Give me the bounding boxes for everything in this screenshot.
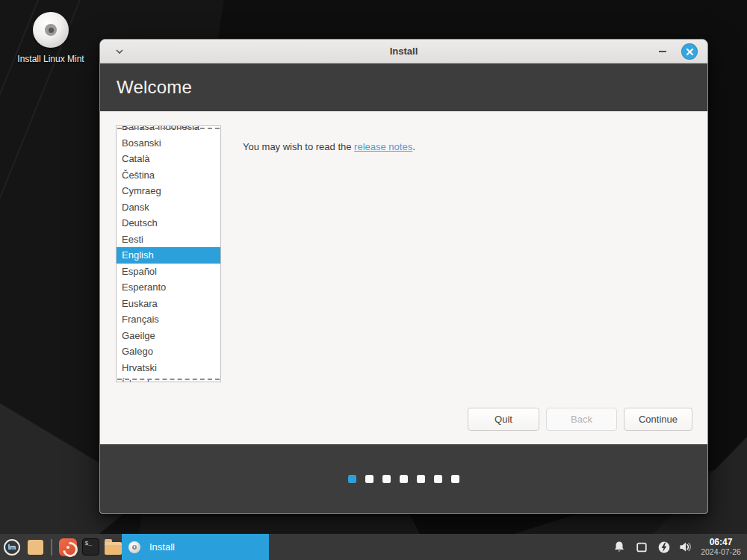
display-applet[interactable] (634, 540, 648, 554)
window-menu-button[interactable] (111, 40, 128, 63)
system-tray (612, 534, 693, 560)
clock-time: 06:47 (710, 538, 733, 548)
language-option[interactable]: Dansk (117, 199, 220, 216)
progress-dot (400, 475, 408, 483)
page-title: Welcome (117, 77, 192, 98)
language-option[interactable]: English (117, 247, 220, 264)
release-notes-sentence: You may wish to read the release notes. (243, 141, 415, 152)
page-content: Bahasa IndonesiaBosanskiCatalàČeštinaCym… (100, 111, 707, 444)
language-option[interactable]: Euskara (117, 296, 220, 312)
terminal-launcher[interactable]: $_ (79, 534, 102, 560)
continue-button[interactable]: Continue (624, 408, 692, 431)
language-option[interactable]: Gaeilge (117, 328, 220, 344)
files-icon (105, 542, 122, 555)
page-header: Welcome (100, 63, 707, 111)
action-buttons: Quit Back Continue (468, 408, 692, 431)
taskbar-window-button-install[interactable]: Install (122, 534, 269, 560)
progress-dot-current (348, 475, 356, 483)
language-list[interactable]: Bahasa IndonesiaBosanskiCatalàČeštinaCym… (116, 125, 221, 382)
progress-dot (365, 475, 374, 483)
task-button-label: Install (149, 541, 175, 553)
progress-dot (417, 475, 425, 483)
minimize-icon (659, 51, 666, 52)
language-option[interactable]: Galego (117, 343, 220, 360)
list-overshoot-bottom (117, 379, 220, 380)
taskbar: lm $_ Install (0, 534, 747, 560)
window-title: Install (100, 46, 707, 57)
desktop-icon-install-linux-mint[interactable]: Install Linux Mint (15, 12, 87, 65)
language-option[interactable]: Bosanski (117, 135, 220, 152)
firefox-icon (59, 538, 77, 556)
progress-dot (434, 475, 442, 483)
show-desktop-button[interactable] (24, 534, 46, 560)
minimize-button[interactable] (654, 40, 672, 63)
release-notes-suffix: . (412, 141, 415, 152)
desktop-icon-label: Install Linux Mint (15, 53, 87, 65)
language-option[interactable]: Cymraeg (117, 183, 220, 199)
files-launcher[interactable] (102, 534, 124, 560)
optical-disc-icon (33, 12, 69, 48)
power-icon (657, 541, 671, 554)
language-list-inner: Bahasa IndonesiaBosanskiCatalàČeštinaCym… (117, 125, 220, 382)
power-applet[interactable] (657, 540, 671, 554)
notifications-applet[interactable] (612, 540, 626, 554)
wizard-footer (100, 444, 707, 513)
mint-menu-icon: lm (4, 539, 20, 556)
language-option[interactable]: Eesti (117, 231, 220, 248)
language-option[interactable]: Deutsch (117, 215, 220, 231)
progress-dot (382, 475, 391, 483)
window-titlebar[interactable]: Install (100, 40, 707, 63)
language-option[interactable]: Čeština (117, 167, 220, 184)
release-notes-link[interactable]: release notes (354, 141, 412, 152)
terminal-icon: $_ (82, 538, 99, 556)
language-option[interactable]: Esperanto (117, 279, 220, 296)
list-overshoot-top (117, 128, 220, 129)
chevron-down-icon (115, 49, 124, 55)
taskbar-separator (51, 539, 52, 556)
progress-dots (348, 475, 459, 483)
notifications-bell-icon (613, 541, 625, 553)
show-desktop-icon (28, 540, 43, 555)
language-option[interactable]: Español (117, 264, 220, 280)
firefox-launcher[interactable] (57, 534, 79, 560)
volume-applet[interactable] (679, 540, 693, 554)
language-option[interactable]: Hrvatski (117, 360, 220, 376)
language-option[interactable]: Bahasa Indonesia (117, 125, 220, 135)
quit-button[interactable]: Quit (468, 408, 539, 431)
close-icon (686, 48, 694, 56)
display-icon (636, 541, 648, 553)
close-button[interactable] (681, 43, 698, 60)
clock-applet[interactable]: 06:47 2024-07-26 (696, 534, 746, 560)
optical-disc-icon (128, 541, 140, 553)
install-window: Install Welcome Bahasa IndonesiaBosanski… (99, 39, 708, 514)
release-notes-prefix: You may wish to read the (243, 141, 354, 152)
progress-dot (451, 475, 459, 483)
clock-date: 2024-07-26 (701, 547, 741, 556)
back-button[interactable]: Back (546, 408, 617, 431)
volume-icon (679, 541, 693, 553)
language-option[interactable]: Français (117, 311, 220, 328)
language-option[interactable]: Català (117, 151, 220, 167)
mint-menu-button[interactable]: lm (0, 534, 24, 560)
